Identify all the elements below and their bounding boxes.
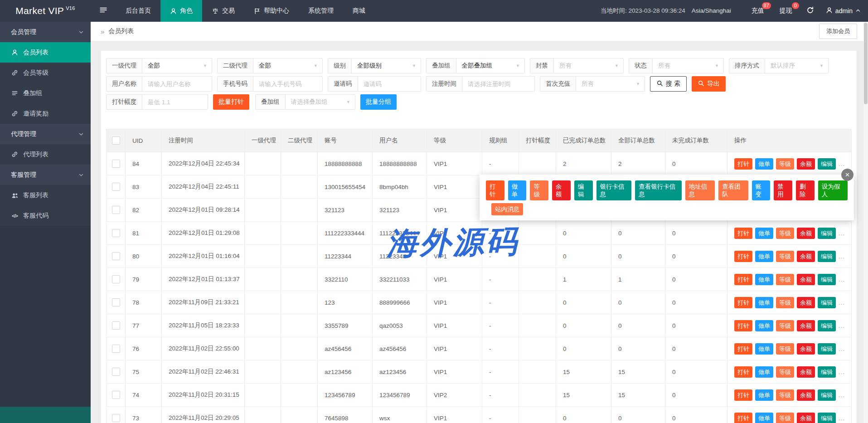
row-action-teal-button[interactable]: 编辑	[818, 158, 836, 170]
select-value[interactable]: 所有▼	[653, 58, 723, 73]
row-action-orange-light-button[interactable]: 等级	[776, 343, 794, 355]
filter-field-input[interactable]	[358, 77, 421, 91]
popup-action-button[interactable]: 删除	[796, 180, 815, 200]
row-action-blue-button[interactable]: 做单	[755, 389, 773, 401]
select-value[interactable]: 默认排序▼	[765, 58, 828, 73]
export-button[interactable]: 导出	[692, 76, 726, 92]
sidebar-group-title[interactable]: 客服管理	[0, 165, 91, 185]
more-actions-link[interactable]: ...	[839, 345, 845, 352]
row-action-red-button[interactable]: 余额	[797, 297, 815, 308]
row-action-orange-button[interactable]: 打针	[734, 228, 752, 239]
row-action-red-button[interactable]: 余额	[797, 251, 815, 262]
row-action-blue-button[interactable]: 做单	[755, 251, 773, 262]
search-button[interactable]: 搜 索	[650, 76, 687, 92]
nav-item[interactable]: 帮助中心	[244, 0, 299, 22]
row-action-blue-button[interactable]: 做单	[755, 320, 773, 331]
page-scrollbar[interactable]	[863, 22, 868, 423]
select-value[interactable]: 全部▼	[253, 58, 322, 73]
row-checkbox[interactable]	[112, 183, 120, 191]
sidebar-item[interactable]: 客服列表	[0, 185, 91, 205]
batch-inject-button[interactable]: 批量打针	[213, 94, 249, 110]
row-action-teal-button[interactable]: 编辑	[818, 366, 836, 378]
row-action-red-button[interactable]: 余额	[797, 413, 815, 423]
nav-item[interactable]: 后台首页	[116, 0, 160, 22]
more-actions-link[interactable]: ...	[839, 415, 845, 422]
popup-action-button[interactable]: 站内消息	[491, 203, 523, 215]
row-action-red-button[interactable]: 余额	[797, 389, 815, 401]
more-actions-link[interactable]: ...	[839, 253, 845, 260]
popup-action-button[interactable]: 禁用	[774, 180, 792, 200]
more-actions-link[interactable]: ...	[839, 322, 845, 329]
row-action-red-button[interactable]: 余额	[797, 274, 815, 285]
row-action-orange-button[interactable]: 打针	[734, 274, 752, 285]
inject-range-field-input[interactable]	[142, 95, 208, 109]
select-value[interactable]: 全部级别▼	[352, 58, 421, 73]
popup-action-button[interactable]: 银行卡信息	[596, 180, 632, 200]
select-all-checkbox[interactable]	[112, 136, 120, 145]
row-action-blue-button[interactable]: 做单	[755, 413, 773, 423]
row-action-teal-button[interactable]: 编辑	[818, 343, 836, 355]
popup-action-button[interactable]: 打针	[486, 180, 504, 200]
nav-item[interactable]: 角色	[160, 0, 202, 22]
row-action-teal-button[interactable]: 编辑	[818, 389, 836, 401]
row-action-orange-light-button[interactable]: 等级	[776, 274, 794, 285]
row-checkbox[interactable]	[112, 414, 120, 422]
sidebar-item[interactable]: </>客服代码	[0, 205, 91, 226]
sidebar-item[interactable]: 代理列表	[0, 144, 91, 165]
nav-item[interactable]: 交易	[202, 0, 244, 22]
row-checkbox[interactable]	[112, 275, 120, 283]
popup-action-button[interactable]: 查看银行卡信息	[635, 180, 681, 200]
row-action-orange-light-button[interactable]: 等级	[776, 413, 794, 423]
row-action-orange-light-button[interactable]: 等级	[776, 320, 794, 331]
more-actions-link[interactable]: ...	[839, 276, 845, 283]
row-action-teal-button[interactable]: 编辑	[818, 297, 836, 308]
row-action-blue-button[interactable]: 做单	[755, 158, 773, 170]
row-action-teal-button[interactable]: 编辑	[818, 320, 836, 331]
row-action-orange-button[interactable]: 打针	[734, 251, 752, 262]
row-action-orange-light-button[interactable]: 等级	[776, 389, 794, 401]
popup-action-button[interactable]: 编辑	[574, 180, 593, 200]
row-action-blue-button[interactable]: 做单	[755, 366, 773, 378]
popup-action-button[interactable]: 地址信息	[685, 180, 715, 200]
row-checkbox[interactable]	[112, 391, 120, 399]
filter-field-input[interactable]	[253, 77, 322, 91]
refresh-button[interactable]	[806, 6, 814, 16]
row-action-orange-button[interactable]: 打针	[734, 343, 752, 355]
row-checkbox[interactable]	[112, 345, 120, 353]
row-action-teal-button[interactable]: 编辑	[818, 228, 836, 239]
more-actions-link[interactable]: ...	[839, 230, 845, 237]
popup-action-button[interactable]: 设为假人	[818, 180, 848, 200]
popup-action-button[interactable]: 等级	[530, 180, 548, 200]
withdraw-link[interactable]: 提现 0	[780, 7, 792, 15]
nav-item[interactable]: 系统管理	[299, 0, 343, 22]
select-value[interactable]: 所有▼	[554, 58, 623, 73]
batch-group-button[interactable]: 批量分组	[360, 94, 397, 110]
more-actions-link[interactable]: ...	[839, 392, 845, 399]
sidebar-item[interactable]: 叠加组	[0, 83, 91, 103]
row-action-orange-button[interactable]: 打针	[734, 320, 752, 331]
row-action-blue-button[interactable]: 做单	[755, 343, 773, 355]
select-value[interactable]: 所有▼	[576, 77, 645, 91]
popup-action-button[interactable]: 账变	[752, 180, 771, 200]
row-action-blue-button[interactable]: 做单	[755, 228, 773, 239]
row-action-teal-button[interactable]: 编辑	[818, 251, 836, 262]
select-value[interactable]: 全部叠加组▼	[456, 58, 525, 73]
row-checkbox[interactable]	[112, 206, 120, 214]
row-action-orange-button[interactable]: 打针	[734, 366, 752, 378]
row-action-orange-button[interactable]: 打针	[734, 413, 752, 423]
recharge-link[interactable]: 充值 87	[752, 7, 764, 15]
row-action-orange-light-button[interactable]: 等级	[776, 251, 794, 262]
more-actions-link[interactable]: ...	[839, 160, 845, 167]
row-action-red-button[interactable]: 余额	[797, 158, 815, 170]
row-action-red-button[interactable]: 余额	[797, 228, 815, 239]
select-value[interactable]: 请选择叠加组▼	[286, 95, 355, 109]
row-action-orange-light-button[interactable]: 等级	[776, 228, 794, 239]
popup-action-button[interactable]: 查看团队	[718, 180, 748, 200]
select-value[interactable]: 全部▼	[142, 58, 212, 73]
sidebar-group-title[interactable]: 代理管理	[0, 124, 91, 144]
row-checkbox[interactable]	[112, 321, 120, 330]
row-action-orange-light-button[interactable]: 等级	[776, 297, 794, 308]
sidebar-group-title[interactable]: 会员管理	[0, 22, 91, 42]
filter-field-input[interactable]	[462, 77, 534, 91]
sidebar-item[interactable]: 会员列表	[0, 42, 91, 63]
